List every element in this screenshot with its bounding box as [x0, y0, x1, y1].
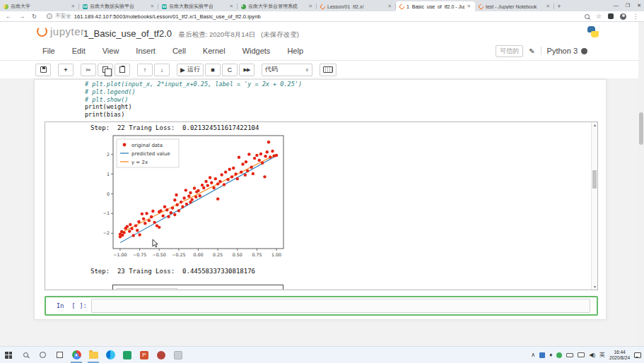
copy-cell-button[interactable]	[98, 64, 113, 76]
start-button[interactable]	[0, 347, 17, 363]
fast-forward-icon: ▶▶	[244, 67, 250, 73]
training-loss-step22: Step: 22 Traing Loss: 0.0213245116174221…	[90, 124, 259, 131]
network-app-icon[interactable]	[556, 352, 562, 358]
menu-insert[interactable]: Insert	[127, 47, 164, 55]
notebook-title[interactable]: 1_Basic_use_of_tf2.0 最后检查: 2020年8月14日 (未…	[83, 28, 299, 40]
task-view-button[interactable]	[51, 347, 68, 363]
window-close-button[interactable]: ✕	[637, 0, 641, 11]
browser-menu-icon[interactable]: ⋮	[633, 13, 638, 20]
browser-tab-0[interactable]: 云南大学 ✕	[0, 1, 79, 11]
code-cell-input[interactable]: # plt.plot(input_x, 2*input_x+0.25, labe…	[85, 81, 597, 119]
add-cell-button[interactable]: +	[58, 64, 74, 76]
browser-tab-4[interactable]: Lesson/01_tf2.x/ ✕	[317, 1, 396, 11]
volume-icon[interactable]: ◀)	[589, 352, 595, 358]
menu-help[interactable]: Help	[279, 47, 312, 55]
page-scrollbar[interactable]	[638, 22, 644, 346]
tab-close-icon[interactable]: ✕	[546, 4, 551, 9]
svg-text:0: 0	[107, 191, 110, 196]
site-info-icon[interactable]: i	[47, 13, 52, 19]
svg-text:0.75: 0.75	[252, 252, 262, 257]
not-secure-label[interactable]: 不安全	[55, 13, 71, 20]
back-icon[interactable]: ←	[6, 13, 12, 20]
restart-run-all-button[interactable]: ▶▶	[239, 64, 254, 76]
tab-close-icon[interactable]: ✕	[467, 4, 472, 9]
scroll-down-icon[interactable]: ▼	[592, 285, 598, 289]
move-cell-down-button[interactable]: ↓	[154, 64, 170, 76]
microphone-icon[interactable]: ♦	[549, 352, 552, 358]
run-button[interactable]: ▶运行	[177, 64, 204, 76]
taskbar-chrome[interactable]	[68, 347, 85, 363]
page-scrollbar-thumb[interactable]	[639, 112, 643, 145]
cortana-button[interactable]	[34, 347, 51, 363]
restart-icon: C	[228, 66, 233, 73]
profile-avatar[interactable]	[620, 13, 626, 20]
command-palette-button[interactable]	[320, 64, 336, 76]
tab-close-icon[interactable]: ✕	[308, 4, 313, 9]
forward-icon[interactable]: →	[19, 13, 25, 20]
extension-icon[interactable]	[608, 13, 614, 19]
monitor-icon[interactable]	[578, 352, 585, 357]
svg-text:−0.25: −0.25	[172, 252, 185, 257]
tray-app-icon[interactable]	[539, 352, 545, 358]
menu-widgets[interactable]: Widgets	[234, 47, 279, 55]
bookmark-star-icon[interactable]: ☆	[596, 13, 602, 20]
new-tab-button[interactable]: +	[554, 1, 564, 11]
browser-tab-2[interactable]: bd 云南大数据实验平台 ✕	[158, 1, 238, 11]
menu-kernel[interactable]: Kernel	[194, 47, 234, 55]
paste-cell-button[interactable]	[115, 64, 130, 76]
menu-view[interactable]: View	[94, 47, 128, 55]
taskbar-edge[interactable]	[102, 347, 119, 363]
browser-tab-3[interactable]: 云南大学后台管理系统 ✕	[238, 1, 317, 11]
taskbar-powerpoint[interactable]: P	[136, 347, 153, 363]
code-line: # plt.legend()	[85, 88, 597, 96]
tab-close-icon[interactable]: ✕	[387, 4, 392, 9]
restart-kernel-button[interactable]: C	[222, 64, 238, 76]
browser-tab-1[interactable]: bd 云南大数据实验平台 ✕	[79, 1, 158, 11]
menu-file[interactable]: File	[34, 47, 64, 55]
tab-title: 1_Basic_use_of_tf2.0 - Jupyter	[406, 4, 464, 9]
tab-close-icon[interactable]: ✕	[229, 4, 234, 9]
tray-time: 16:44	[609, 350, 630, 355]
url-text[interactable]: 161.189.42.107:5003/notebooks/Lesson/01_…	[74, 13, 261, 20]
move-cell-up-button[interactable]: ↑	[137, 64, 153, 76]
scroll-up-icon[interactable]: ▲	[592, 123, 598, 127]
tray-date: 2020/8/24	[609, 355, 630, 361]
svg-text:−1: −1	[103, 210, 110, 215]
tab-close-icon[interactable]: ✕	[150, 4, 155, 9]
powerpoint-icon: P	[140, 351, 148, 359]
output-scrollbar-thumb[interactable]	[592, 170, 597, 189]
cut-cell-button[interactable]: ✂	[81, 64, 96, 76]
cell-type-dropdown[interactable]: 代码 ∨	[262, 64, 312, 76]
clock[interactable]: 16:44 2020/8/24	[609, 350, 630, 361]
output-scrollbar[interactable]: ▲ ▼	[591, 122, 597, 290]
battery-icon[interactable]	[566, 353, 573, 357]
browser-tab-active[interactable]: 1_Basic_use_of_tf2.0 - Jupyter ✕	[396, 1, 475, 11]
ime-indicator[interactable]: 英	[599, 351, 605, 359]
browser-tab-6[interactable]: test - Jupyter Notebook ✕	[475, 1, 554, 11]
taskbar-file-explorer[interactable]	[85, 347, 102, 363]
input-prompt: In [ ]:	[46, 302, 87, 309]
stop-kernel-button[interactable]: ■	[205, 64, 221, 76]
window-restore-button[interactable]: ❐	[626, 0, 630, 11]
cell-output-area[interactable]: Step: 22 Traing Loss: 0.0213245116174221…	[45, 121, 598, 290]
code-input-field[interactable]	[91, 299, 590, 313]
jupyter-logo[interactable]: jupyter	[37, 25, 85, 37]
tab-close-icon[interactable]: ✕	[71, 4, 76, 9]
taskbar-app-gray[interactable]	[170, 347, 187, 363]
refresh-icon[interactable]: ↻	[32, 13, 37, 20]
browser-tab-strip: 云南大学 ✕ bd 云南大数据实验平台 ✕ bd 云南大数据实验平台 ✕ 云南大…	[0, 0, 644, 11]
zoom-icon[interactable]	[585, 14, 590, 19]
taskbar-app-red[interactable]	[153, 347, 170, 363]
taskbar-search-button[interactable]	[17, 347, 34, 363]
menu-edit[interactable]: Edit	[64, 47, 94, 55]
trusted-button[interactable]: 可信的	[496, 45, 523, 57]
tray-expand-icon[interactable]: ∧	[531, 352, 535, 358]
window-minimize-button[interactable]: —	[614, 0, 619, 11]
save-button[interactable]	[35, 64, 51, 76]
menu-cell[interactable]: Cell	[164, 47, 194, 55]
cut-icon: ✂	[86, 66, 91, 73]
taskbar-app-green[interactable]	[119, 347, 136, 363]
action-center-icon[interactable]	[634, 352, 641, 358]
jupyter-favicon	[478, 3, 485, 10]
empty-code-cell[interactable]: In [ ]:	[45, 296, 598, 316]
